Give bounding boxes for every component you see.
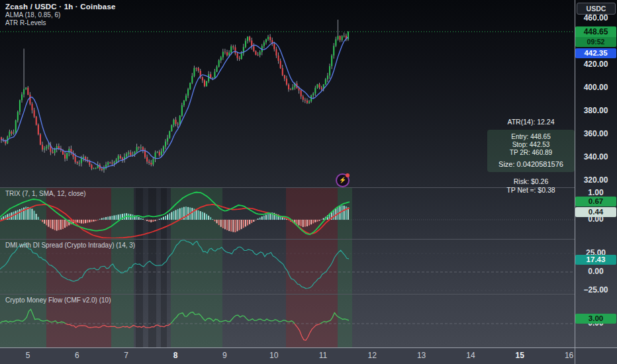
time-axis-label: 16 xyxy=(555,351,584,360)
dmi-value-box: 17.43 xyxy=(575,255,616,265)
time-axis-label: 7 xyxy=(112,351,141,360)
bar-countdown: 09:52 xyxy=(575,37,616,47)
trix-value-box: 0.67 xyxy=(575,197,616,206)
time-axis-label: 14 xyxy=(456,351,485,360)
risk-line: Risk: $0.26 xyxy=(487,177,575,186)
price-tick-label: 340.00 xyxy=(575,152,616,161)
time-axis-label: 9 xyxy=(210,351,239,360)
event-notification-dot xyxy=(346,173,350,177)
price-tick-label: 320.00 xyxy=(575,175,616,185)
trade-levels-box: Entry: 448.65 Stop: 442.53 TP 2R: 460.89… xyxy=(487,130,575,172)
price-tick-label: 420.00 xyxy=(575,60,616,69)
trix-signal-value-box: 0.44 xyxy=(575,207,616,217)
cmf-value-box: 3.00 xyxy=(575,314,616,324)
alma-line xyxy=(1,37,348,168)
dmi-pane-title[interactable]: DMI with DI Spread (Crypto Intraday) (14… xyxy=(5,242,135,249)
time-axis[interactable]: 5678910111213141516 xyxy=(0,347,617,364)
candles-layer[interactable] xyxy=(1,20,349,173)
time-axis-label: 6 xyxy=(62,351,91,360)
atr-info-panel: ATR(14): 12.24 Entry: 448.65 Stop: 442.5… xyxy=(487,118,575,195)
indicator-legend-atr[interactable]: ATR R-Levels xyxy=(5,19,46,26)
price-tick-label: 400.00 xyxy=(575,83,616,92)
time-axis-label: 12 xyxy=(357,351,387,360)
dmi-tick-label: 0.00 xyxy=(575,267,616,276)
atr-value-line: ATR(14): 12.24 xyxy=(487,118,575,126)
price-tick-label: 460.00 xyxy=(575,13,616,23)
indicator-legend-alma[interactable]: ALMA (18, 0.85, 6) xyxy=(5,11,60,19)
time-axis-label: 8 xyxy=(161,351,190,360)
trix-pane-title[interactable]: TRIX (7, 1, SMA, 12, close) xyxy=(5,190,86,197)
last-price-value: 448.65 xyxy=(575,26,616,37)
time-axis-label: 10 xyxy=(260,351,289,360)
time-axis-label: 13 xyxy=(407,351,436,360)
stop-line: Stop: 442.53 xyxy=(490,141,572,149)
last-price-box: 448.65 09:52 xyxy=(575,26,616,47)
currency-toggle-button[interactable]: USDC xyxy=(577,3,616,15)
symbol-title[interactable]: Zcash / USDC · 1h · Coinbase xyxy=(5,3,116,11)
pane-separator-2[interactable] xyxy=(0,239,575,240)
tp-line: TP 2R: 460.89 xyxy=(490,149,572,157)
lightning-glyph: ⚡ xyxy=(339,177,346,183)
event-lightning-icon[interactable]: ⚡ xyxy=(336,173,350,187)
time-axis-label: 15 xyxy=(505,351,534,360)
trix-tick-label: 1.00 xyxy=(575,188,616,197)
cmf-pane-title[interactable]: Crypto Money Flow (CMF v2.0) (10) xyxy=(5,296,111,304)
size-line: Size: 0.0420581576 xyxy=(490,160,572,168)
tp-net-line: TP Net ≈: $0.38 xyxy=(487,186,575,195)
alert-price-box: 442.35 xyxy=(575,48,616,58)
time-axis-label: 5 xyxy=(13,351,42,360)
entry-line: Entry: 448.65 xyxy=(490,133,572,141)
price-tick-label: 380.00 xyxy=(575,106,616,115)
price-tick-label: 360.00 xyxy=(575,129,616,138)
dmi-tick-label: −25.00 xyxy=(575,285,616,295)
pane-separator-3[interactable] xyxy=(0,294,575,295)
chart-window: Zcash / USDC · 1h · Coinbase ALMA (18, 0… xyxy=(0,0,617,364)
time-axis-label: 11 xyxy=(308,351,338,360)
